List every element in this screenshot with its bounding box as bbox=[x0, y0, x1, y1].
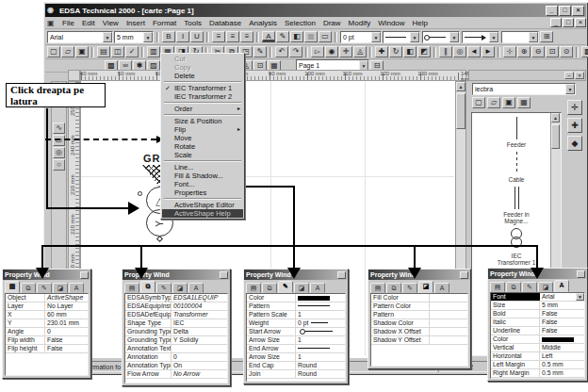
tab-symbol[interactable]: ⧉ bbox=[140, 281, 155, 293]
spell-check-button[interactable]: ✓ bbox=[125, 46, 139, 57]
property-value[interactable]: Transformer bbox=[172, 311, 227, 318]
panel-button[interactable] bbox=[80, 271, 89, 279]
bold-button[interactable]: B bbox=[162, 31, 175, 42]
panel-button[interactable] bbox=[220, 271, 228, 279]
zoom-all-button[interactable]: ⊙ bbox=[560, 46, 573, 57]
pan-button[interactable]: ⊹ bbox=[503, 46, 516, 57]
menu-view[interactable]: View bbox=[99, 18, 122, 28]
move-button[interactable]: ✚ bbox=[375, 46, 388, 57]
select-button[interactable]: ▻ bbox=[311, 46, 324, 57]
font-size-combo[interactable]: 5 mm ▼ bbox=[114, 31, 154, 43]
line-weight-combo[interactable]: 0 pt ▼ bbox=[340, 31, 382, 43]
print-preview-button[interactable]: ◫ bbox=[111, 46, 124, 57]
tab-symbol[interactable]: ⧉ bbox=[21, 283, 36, 293]
property-value[interactable] bbox=[540, 335, 584, 343]
tab-symbol[interactable]: ⧉ bbox=[386, 283, 401, 293]
pan-view-button[interactable]: ✛ bbox=[567, 100, 582, 115]
italic-button[interactable]: I bbox=[176, 31, 189, 42]
chevron-down-icon[interactable]: ▼ bbox=[449, 32, 459, 42]
property-value[interactable]: IEC bbox=[172, 319, 227, 327]
chevron-down-icon[interactable]: ▼ bbox=[529, 32, 538, 42]
tab-line[interactable]: ✎ bbox=[402, 283, 417, 293]
context-item-iec-transformer-1[interactable]: IEC Transformer 1✓ bbox=[162, 84, 243, 92]
context-item-delete[interactable]: Delete bbox=[162, 72, 243, 80]
panel-button[interactable] bbox=[337, 271, 346, 279]
context-item-flip[interactable]: Flip▸ bbox=[162, 125, 243, 134]
property-value[interactable]: False bbox=[540, 327, 584, 335]
context-item-activeshape-help[interactable]: ActiveShape Help bbox=[162, 209, 243, 218]
property-value[interactable]: 0 pt bbox=[296, 319, 345, 327]
context-item-scale[interactable]: Scale bbox=[162, 151, 243, 159]
panel-button[interactable] bbox=[460, 271, 468, 279]
property-value[interactable]: 5 mm bbox=[540, 302, 584, 309]
property-value[interactable]: Y Solidly bbox=[172, 336, 227, 344]
tab-general[interactable]: ▤ bbox=[490, 282, 505, 292]
context-item-fill-shadow[interactable]: Fill & Shadow... bbox=[162, 172, 243, 180]
align-left-button[interactable]: ≡ bbox=[212, 31, 225, 42]
save-button[interactable]: ▣ bbox=[75, 46, 89, 57]
flip-v-button[interactable]: ◩ bbox=[417, 46, 431, 57]
property-value[interactable] bbox=[296, 294, 345, 302]
property-value[interactable]: False bbox=[540, 310, 584, 318]
menu-format[interactable]: Format bbox=[149, 18, 180, 28]
chevron-down-icon[interactable]: ▼ bbox=[371, 32, 381, 42]
layers-button[interactable]: ▥ bbox=[147, 46, 160, 57]
property-value[interactable]: 1 bbox=[296, 311, 345, 318]
pattern-button[interactable]: ▦ bbox=[304, 31, 318, 42]
library-open-button[interactable]: ▱ bbox=[487, 97, 500, 108]
menu-modify[interactable]: Modify bbox=[345, 18, 375, 28]
redo-button[interactable]: ↷ bbox=[289, 46, 302, 57]
context-item-copy[interactable]: Copy bbox=[162, 63, 243, 72]
circle-tool-icon[interactable]: ◎ bbox=[53, 147, 65, 158]
library-item-transformer1[interactable]: IECTransformer 1 bbox=[479, 228, 554, 266]
fill-color-button[interactable]: ◧ bbox=[290, 31, 303, 42]
end-arrow-combo[interactable]: ▼ bbox=[462, 31, 499, 43]
context-item-font[interactable]: Font... bbox=[162, 180, 243, 188]
minimize-button[interactable]: _ bbox=[546, 6, 558, 16]
panel-button[interactable] bbox=[577, 270, 585, 278]
order-button[interactable]: ◄ bbox=[467, 46, 481, 57]
tab-general[interactable]: ▤ bbox=[124, 283, 139, 293]
property-value[interactable] bbox=[172, 345, 227, 352]
tab-symbol[interactable]: ⧉ bbox=[506, 282, 521, 292]
menu-tools[interactable]: Tools bbox=[180, 18, 205, 28]
font-combo[interactable]: Arial ▼ bbox=[47, 31, 113, 43]
context-item-rotate[interactable]: Rotate bbox=[162, 142, 243, 151]
property-value[interactable]: On bbox=[172, 362, 227, 369]
property-value[interactable] bbox=[296, 302, 345, 310]
format-painter-button[interactable]: ✎ bbox=[253, 46, 267, 57]
property-value[interactable]: 1 bbox=[296, 336, 345, 344]
tab-font[interactable]: A bbox=[310, 283, 325, 293]
menu-edit[interactable]: Edit bbox=[78, 18, 99, 28]
custom-style-combo[interactable]: ▼ bbox=[501, 31, 539, 43]
panel-minimize-button[interactable]: – bbox=[564, 72, 574, 79]
zoom-window-button[interactable]: ⊡ bbox=[546, 46, 559, 57]
chevron-down-icon[interactable]: ▼ bbox=[576, 293, 584, 301]
new-button[interactable]: ▢ bbox=[47, 46, 60, 57]
property-value[interactable]: 230.01 mm bbox=[45, 319, 88, 327]
title-bar[interactable]: ◉ EDSA Technical 2000 - [carte :Page 1] … bbox=[45, 4, 586, 17]
tab-fill[interactable]: ◪ bbox=[172, 283, 188, 293]
library-new-button[interactable]: ▢ bbox=[472, 97, 485, 108]
library-combo[interactable]: iecbra ▼ bbox=[472, 83, 576, 95]
menu-analysis[interactable]: Analysis bbox=[245, 18, 281, 28]
property-value[interactable] bbox=[430, 328, 467, 335]
library-save-button[interactable]: ▣ bbox=[502, 97, 515, 108]
context-item-properties[interactable]: Properties bbox=[162, 188, 243, 197]
property-value[interactable]: False bbox=[45, 345, 88, 352]
close-button[interactable]: × bbox=[575, 18, 586, 27]
context-item-activeshape-editor[interactable]: ActiveShape Editor bbox=[162, 201, 243, 209]
minimize-button[interactable]: _ bbox=[550, 18, 562, 27]
rectangle-tool-icon[interactable]: ▭ bbox=[53, 135, 65, 146]
properties-view-button[interactable]: ◆ bbox=[567, 136, 582, 151]
property-value[interactable] bbox=[430, 336, 467, 344]
scroll-up-icon[interactable]: ▲ bbox=[456, 82, 466, 91]
menu-draw[interactable]: Draw bbox=[319, 18, 345, 28]
property-value[interactable]: ActiveShape bbox=[45, 294, 88, 302]
tab-font[interactable]: A bbox=[434, 283, 449, 293]
context-item-move[interactable]: Move bbox=[162, 134, 243, 142]
tab-symbol[interactable]: ⧉ bbox=[262, 283, 277, 293]
menu-file[interactable]: File bbox=[58, 18, 78, 28]
rotate-button[interactable]: ↻ bbox=[389, 46, 402, 57]
tab-fill[interactable]: ◪ bbox=[538, 282, 553, 292]
